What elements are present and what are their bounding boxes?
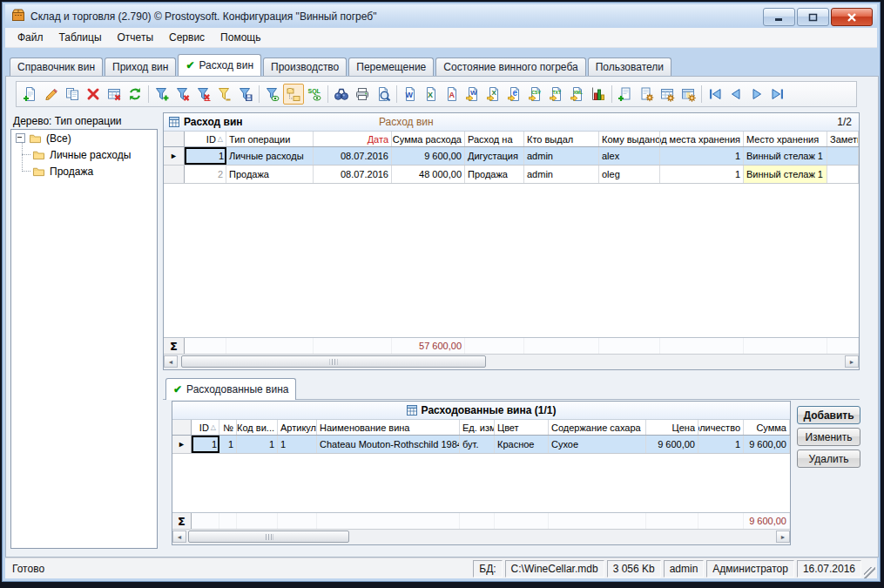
print-button[interactable] xyxy=(352,84,373,105)
menu-item-2[interactable]: Отчеты xyxy=(110,30,161,45)
export-html-button[interactable]: e xyxy=(504,84,525,105)
cell[interactable]: Винный стелаж 1 xyxy=(744,147,827,165)
column-header[interactable]: Дата xyxy=(314,132,392,146)
filter-add-button[interactable] xyxy=(152,84,172,105)
tab-1[interactable]: Приход вин xyxy=(105,57,176,76)
nav-next-button[interactable] xyxy=(746,84,767,105)
cell[interactable]: oleg xyxy=(599,166,660,183)
cell[interactable] xyxy=(827,166,859,183)
tab-3[interactable]: Производство xyxy=(263,57,347,76)
scroll-left-arrow-icon[interactable]: ◄ xyxy=(172,531,186,543)
main-table-hscrollbar[interactable]: ◄► xyxy=(164,354,859,369)
collapse-icon[interactable] xyxy=(16,133,25,143)
detail-table-hscrollbar[interactable]: ◄► xyxy=(172,529,790,544)
export-rtf-button[interactable]: A xyxy=(442,84,462,105)
sub-tab-0[interactable]: ✔Расходованные вина xyxy=(165,378,296,400)
cell[interactable]: 1 xyxy=(185,147,226,165)
scroll-right-arrow-icon[interactable]: ► xyxy=(776,531,790,543)
filter-clear-button[interactable] xyxy=(193,84,214,105)
edit-button[interactable]: Изменить xyxy=(797,428,860,446)
export-csv-button[interactable]: CSV xyxy=(525,84,546,105)
refresh-table-button[interactable] xyxy=(125,84,145,105)
cell[interactable]: 48 000,00 xyxy=(392,166,465,183)
cell[interactable]: 08.07.2016 xyxy=(314,147,392,165)
column-header[interactable]: ID△ xyxy=(192,420,219,435)
tab-4[interactable]: Перемещение xyxy=(348,57,434,76)
column-header[interactable]: Тип операции xyxy=(226,132,314,146)
export-xls-button[interactable]: X xyxy=(483,84,504,105)
column-header[interactable]: ID△ xyxy=(185,132,226,146)
export-excel-button[interactable]: X xyxy=(421,84,442,105)
cell[interactable]: Продажа xyxy=(226,166,314,183)
column-header[interactable]: Код места хранения xyxy=(660,132,744,146)
delete-record-button[interactable] xyxy=(83,84,104,105)
cell[interactable]: 1 xyxy=(660,166,744,183)
filter-delete-button[interactable] xyxy=(172,84,193,105)
grid-settings-button[interactable] xyxy=(657,84,678,105)
tree-panel-toggle-button[interactable] xyxy=(283,84,304,105)
cell[interactable]: admin xyxy=(524,147,599,165)
menu-item-1[interactable]: Таблицы xyxy=(51,30,110,45)
nav-first-button[interactable] xyxy=(705,84,725,105)
menu-item-3[interactable]: Сервис xyxy=(161,30,213,45)
cell[interactable] xyxy=(827,147,859,165)
column-header[interactable]: Цена xyxy=(646,420,698,435)
chart-button[interactable] xyxy=(588,84,609,105)
scroll-right-arrow-icon[interactable]: ► xyxy=(845,355,859,368)
column-header[interactable]: Кто выдал xyxy=(524,132,599,146)
cell[interactable]: 1 xyxy=(237,436,278,453)
column-header[interactable]: Содержание сахара xyxy=(549,420,646,435)
column-header[interactable]: Наименование вина xyxy=(317,420,460,435)
tree-item-0[interactable]: Личные расходы xyxy=(22,146,157,163)
tab-6[interactable]: Пользователи xyxy=(588,57,671,76)
tree-item-root[interactable]: (Все) xyxy=(11,130,157,146)
close-button[interactable] xyxy=(831,8,873,26)
column-header[interactable]: Сумма расхода xyxy=(392,132,465,146)
cell[interactable]: 08.07.2016 xyxy=(314,166,392,183)
column-header[interactable]: Ед. изм. xyxy=(460,420,495,435)
cell[interactable]: Красное xyxy=(495,436,549,453)
minimize-button[interactable] xyxy=(763,8,795,26)
tab-0[interactable]: Справочник вин xyxy=(10,57,103,76)
menu-item-4[interactable]: Помощь xyxy=(213,30,268,45)
cell[interactable]: Винный стелаж 1 xyxy=(744,166,827,183)
cell[interactable]: admin xyxy=(524,166,599,183)
menu-item-0[interactable]: Файл xyxy=(10,30,51,45)
grid-colors-button[interactable] xyxy=(678,84,698,105)
app-icon[interactable] xyxy=(11,8,25,25)
tab-2[interactable]: ✔Расход вин xyxy=(178,54,261,76)
column-header[interactable]: Артикул xyxy=(278,420,317,435)
find-button[interactable] xyxy=(331,84,352,105)
column-header[interactable]: Расход на xyxy=(465,132,524,146)
clear-table-button[interactable] xyxy=(104,84,125,105)
cell[interactable]: 1 xyxy=(278,436,317,453)
column-header[interactable]: Сумма xyxy=(744,420,790,435)
maximize-button[interactable] xyxy=(797,8,829,26)
cell[interactable]: 1 xyxy=(698,436,744,453)
export-xml-button[interactable]: XML xyxy=(567,84,588,105)
nav-last-button[interactable] xyxy=(767,84,788,105)
column-header[interactable]: № xyxy=(219,420,237,435)
cell[interactable]: 1 xyxy=(660,147,744,165)
column-header[interactable]: Кому выдано xyxy=(599,132,660,146)
tree-item-1[interactable]: Продажа xyxy=(22,163,157,179)
table-row[interactable]: ►1111Chateau Mouton-Rothschild 1984бут.К… xyxy=(172,436,790,454)
sql-view-button[interactable]: SQL xyxy=(304,84,325,105)
preview-button[interactable] xyxy=(373,84,394,105)
cell[interactable]: Chateau Mouton-Rothschild 1984 xyxy=(317,436,460,453)
scroll-thumb[interactable] xyxy=(181,355,486,368)
form-settings-button[interactable] xyxy=(636,84,657,105)
add-record-button[interactable] xyxy=(20,84,41,105)
scroll-left-arrow-icon[interactable]: ◄ xyxy=(164,355,178,368)
copy-record-button[interactable] xyxy=(62,84,83,105)
scroll-thumb[interactable] xyxy=(188,531,349,543)
nav-prev-button[interactable] xyxy=(725,84,746,105)
column-header[interactable]: Заметки xyxy=(827,132,859,146)
edit-record-button[interactable] xyxy=(41,84,62,105)
cell[interactable]: Дигустация xyxy=(465,147,524,165)
export-doc-button[interactable]: W xyxy=(462,84,483,105)
cell[interactable]: 9 600,00 xyxy=(646,436,698,453)
delete-button[interactable]: Удалить xyxy=(797,449,860,468)
table-row[interactable]: 2Продажа08.07.201648 000,00Продажаadmino… xyxy=(164,166,859,184)
export-txt-button[interactable]: TXT xyxy=(546,84,567,105)
